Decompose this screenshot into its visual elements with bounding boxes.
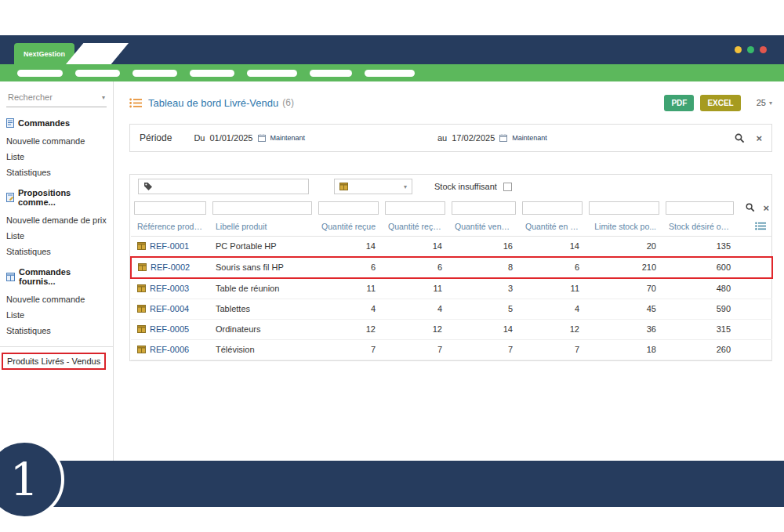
screenshot: NextGestion Rechercher ▾ Command — [0, 0, 784, 532]
from-date-value[interactable]: 01/01/2025 — [209, 133, 252, 143]
traffic-light-green-icon[interactable] — [747, 46, 754, 53]
qty-sold: 3 — [448, 278, 519, 299]
sidebar-item-liste[interactable]: Liste — [6, 149, 107, 165]
header-qty-stock[interactable]: Quantité en sto... — [519, 217, 586, 236]
qty-in-stock: 6 — [519, 257, 586, 278]
excel-button[interactable]: EXCEL — [700, 95, 740, 111]
table-row[interactable]: REF-0004 Tablettes 4 4 5 4 45 590 — [131, 299, 772, 319]
filter-qty-stock-input[interactable] — [522, 201, 583, 215]
qty-sold: 5 — [448, 299, 519, 319]
header-stock-limit[interactable]: Limite stock po... — [586, 217, 662, 236]
sidebar-item-statistiques[interactable]: Statistiques — [6, 165, 107, 180]
product-ref-link[interactable]: REF-0005 — [150, 324, 189, 334]
header-desired-stock[interactable]: Stock désiré op... — [662, 217, 737, 236]
qty-received: 6 — [315, 257, 382, 278]
calendar-icon[interactable] — [258, 134, 266, 142]
header-reference[interactable]: Référence produit ▾ — [131, 217, 209, 236]
filter-desired-stock-input[interactable] — [666, 201, 734, 215]
header-qty-received2[interactable]: Quantité reçue ... — [382, 217, 448, 236]
header-label[interactable]: Libellé produit — [209, 217, 315, 236]
products-table: × Référence produit ▾ Libellé produit Qu… — [130, 198, 773, 360]
nav-pill[interactable] — [310, 70, 352, 77]
clear-icon[interactable]: × — [756, 133, 762, 143]
filter-reference-input[interactable] — [134, 201, 206, 215]
desired-stock: 590 — [662, 299, 737, 319]
filter-qty-sold-input[interactable] — [452, 201, 516, 215]
sidebar-item-nouvelle-demande-de-prix[interactable]: Nouvelle demande de prix — [6, 212, 107, 228]
page-toolbar: Tableau de bord Livré-Vendu (6) PDF EXCE… — [129, 92, 772, 113]
package-filter-select[interactable]: ▾ — [334, 179, 412, 194]
search-icon[interactable] — [735, 133, 745, 143]
nav-pill[interactable] — [365, 70, 415, 77]
main-nav — [0, 64, 784, 81]
filter-strip: ▾ Stock insuffisant — [130, 175, 771, 198]
table-row[interactable]: REF-0006 Télévision 7 7 7 7 18 260 — [131, 339, 772, 360]
product-label: Table de réunion — [209, 278, 315, 299]
product-ref-link[interactable]: REF-0002 — [151, 262, 190, 272]
qty-in-stock: 14 — [519, 236, 586, 257]
filter-stock-limit-input[interactable] — [589, 201, 659, 215]
stock-limit: 20 — [586, 236, 662, 257]
sidebar-item-nouvelle-commande[interactable]: Nouvelle commande — [6, 291, 107, 307]
sidebar-search-select[interactable]: Rechercher ▾ — [6, 91, 107, 107]
table-row[interactable]: REF-0003 Table de réunion 11 11 3 11 70 … — [131, 278, 772, 299]
sidebar-item-produits-livres-vendus[interactable]: Produits Livrés - Vendus — [2, 353, 106, 370]
filter-label-input[interactable] — [212, 201, 312, 215]
search-icon[interactable] — [746, 203, 755, 212]
stock-insufficient-checkbox[interactable] — [503, 183, 512, 191]
product-label: Télévision — [209, 339, 315, 360]
product-ref-link[interactable]: REF-0001 — [150, 241, 189, 251]
package-icon — [137, 284, 146, 292]
pdf-button[interactable]: PDF — [664, 95, 694, 111]
traffic-light-yellow-icon[interactable] — [735, 46, 742, 53]
table-row[interactable]: REF-0001 PC Portable HP 14 14 16 14 20 1… — [131, 236, 772, 257]
table-row[interactable]: REF-0005 Ordinateurs 12 12 14 12 36 315 — [131, 319, 772, 339]
page-size-select[interactable]: 25 ▾ — [757, 98, 772, 107]
qty-received-2: 11 — [382, 278, 448, 299]
sidebar-item-nouvelle-commande[interactable]: Nouvelle commande — [6, 133, 107, 149]
table-row-highlighted[interactable]: REF-0002 Souris sans fil HP 6 6 8 6 210 … — [131, 257, 772, 278]
sidebar-item-liste[interactable]: Liste — [6, 307, 107, 323]
sidebar-item-statistiques[interactable]: Statistiques — [6, 244, 107, 259]
filter-qty-received-input[interactable] — [318, 201, 379, 215]
nav-pill[interactable] — [75, 70, 120, 77]
qty-received-2: 6 — [382, 257, 448, 278]
sidebar-item-liste[interactable]: Liste — [6, 228, 107, 244]
product-ref-link[interactable]: REF-0006 — [150, 345, 189, 354]
orders-doc-icon — [6, 118, 14, 128]
columns-icon[interactable] — [755, 222, 766, 230]
calendar-icon[interactable] — [499, 134, 507, 142]
window-controls — [735, 46, 767, 53]
list-view-icon — [129, 98, 142, 108]
desired-stock: 260 — [662, 339, 737, 360]
product-label: Souris sans fil HP — [209, 257, 315, 278]
to-now-link[interactable]: Maintenant — [512, 134, 547, 142]
to-date-value[interactable]: 17/02/2025 — [452, 133, 495, 143]
stock-limit: 18 — [586, 339, 662, 360]
from-now-link[interactable]: Maintenant — [270, 134, 306, 142]
nav-pill[interactable] — [190, 70, 234, 77]
qty-sold: 8 — [448, 257, 519, 278]
traffic-light-red-icon[interactable] — [760, 46, 767, 53]
brand-tab[interactable]: NextGestion — [14, 43, 74, 64]
clear-icon[interactable]: × — [763, 203, 769, 213]
qty-in-stock: 11 — [519, 278, 586, 299]
qty-received: 7 — [315, 339, 382, 360]
product-ref-link[interactable]: REF-0003 — [150, 284, 189, 293]
nav-pill[interactable] — [132, 70, 177, 77]
package-icon — [138, 263, 147, 271]
product-ref-link[interactable]: REF-0004 — [150, 304, 189, 313]
filter-qty-received2-input[interactable] — [385, 201, 445, 215]
sidebar-section-title: Commandes fournis... — [6, 267, 107, 286]
sidebar: Rechercher ▾ Commandes Nouvelle commande… — [0, 81, 114, 461]
page-title: Tableau de bord Livré-Vendu — [148, 97, 278, 109]
header-qty-received[interactable]: Quantité reçue — [315, 217, 382, 236]
stock-limit: 36 — [586, 319, 662, 339]
nav-pill[interactable] — [17, 70, 63, 77]
tag-filter-input[interactable] — [138, 179, 309, 194]
desired-stock: 315 — [662, 319, 737, 339]
step-number: 1 — [10, 457, 39, 502]
sidebar-item-statistiques[interactable]: Statistiques — [6, 323, 107, 338]
header-qty-sold[interactable]: Quantité vendue — [448, 217, 519, 236]
nav-pill[interactable] — [247, 70, 297, 77]
